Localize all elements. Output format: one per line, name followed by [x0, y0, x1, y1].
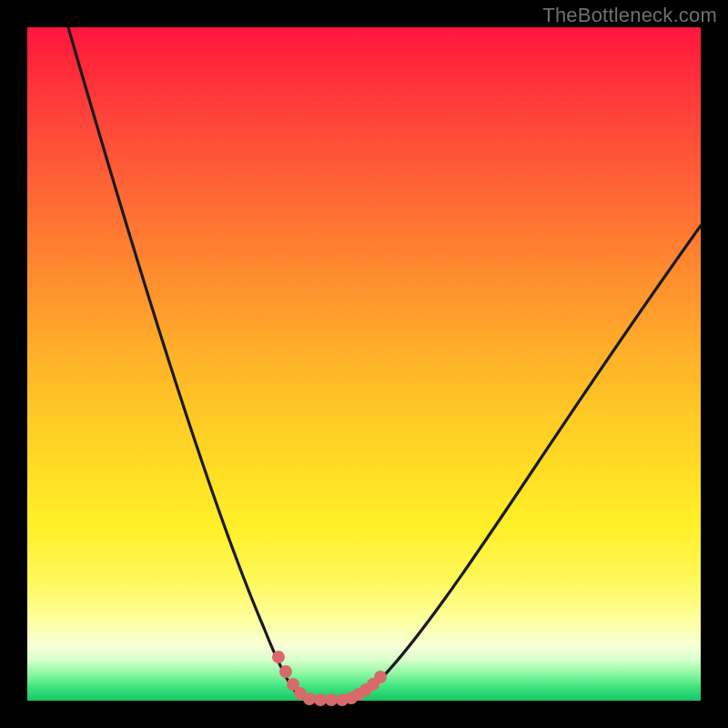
bottom-marker-group	[272, 651, 387, 706]
bottom-marker	[314, 693, 327, 706]
bottleneck-curve	[68, 27, 701, 700]
bottom-marker	[279, 665, 292, 678]
bottom-marker	[272, 651, 285, 663]
chart-frame: TheBottleneck.com	[0, 0, 728, 728]
watermark-text: TheBottleneck.com	[542, 4, 717, 27]
bottom-marker	[374, 671, 387, 683]
bottom-marker	[325, 693, 338, 706]
bottleneck-curve-svg	[27, 27, 701, 701]
bottom-marker	[303, 693, 316, 705]
